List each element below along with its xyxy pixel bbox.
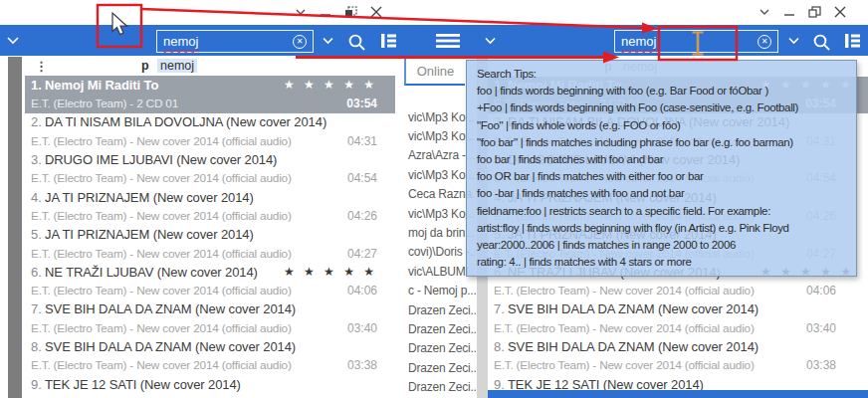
- search-input-left[interactable]: nemoj ✕: [156, 30, 314, 53]
- tooltip-line: foo bar | finds matches with foo and bar: [477, 151, 856, 168]
- rating-stars[interactable]: ★ ★ ★ ★ ★: [284, 265, 395, 279]
- file-path[interactable]: c - Nemoj p...: [400, 282, 476, 300]
- track-number: 5.: [25, 227, 45, 242]
- track-time: 04:26: [347, 209, 395, 223]
- tooltip-line: artist:floy | finds words beginning with…: [477, 220, 856, 237]
- track-number: 7.: [488, 301, 508, 316]
- search-options-chevron-icon[interactable]: [787, 37, 800, 45]
- track-row[interactable]: 4. JA TI PRIZNAJEM (New cover 2014) E.T.…: [25, 188, 395, 226]
- tab-online[interactable]: Online: [404, 57, 465, 86]
- restore-icon[interactable]: [344, 6, 357, 18]
- main-toolbar: nemoj ✕ nemoj ✕: [0, 25, 868, 56]
- track-time: 03:38: [347, 358, 395, 372]
- window-controls-right: [759, 6, 846, 18]
- track-title: SVE BIH DALA DA ZNAM (New cover 2014): [508, 339, 759, 354]
- track-artist: E.T. (Electro Team) - New cover 2014 (of…: [25, 171, 292, 185]
- minimize-icon[interactable]: [320, 6, 331, 18]
- track-row[interactable]: 9. TEK JE 12 SATI (New cover 2014): [488, 375, 868, 390]
- track-number: 3.: [25, 152, 45, 167]
- titlebar: [0, 0, 868, 25]
- track-row[interactable]: 3. DRUGO IME LJUBAVI (New cover 2014) E.…: [25, 150, 395, 188]
- track-row[interactable]: 6. NE TRAŽI LJUBAV (New cover 2014) ★ ★ …: [25, 263, 395, 300]
- track-artist: E.T. (Electro Team) - New cover 2014 (of…: [25, 134, 292, 148]
- track-number: 9.: [488, 377, 508, 390]
- clear-search-icon[interactable]: ✕: [758, 35, 771, 49]
- chevron-down-icon[interactable]: [295, 6, 307, 18]
- rating-stars[interactable]: ★ ★ ★ ★ ★: [284, 78, 395, 92]
- track-row[interactable]: 9. TEK JE 12 SATI (New cover 2014): [25, 375, 395, 398]
- track-artist: E.T. (Electro Team) - New cover 2014 (of…: [25, 247, 292, 261]
- file-path[interactable]: Drazen Zeci...: [400, 377, 476, 396]
- close-icon[interactable]: [834, 6, 846, 18]
- track-title: JA TI PRIZNAJEM (New cover 2014): [45, 227, 254, 242]
- track-time: 03:40: [806, 321, 868, 335]
- file-path[interactable]: vic\Mp3 Ko...: [400, 204, 476, 223]
- track-number: 6.: [25, 265, 45, 280]
- search-icon[interactable]: [812, 33, 831, 52]
- chevron-down-icon[interactable]: [484, 37, 497, 45]
- track-title: DRUGO IME LJUBAVI (New cover 2014): [45, 152, 277, 167]
- file-path[interactable]: Ceca Razna...: [400, 185, 476, 204]
- playing-row-highlight: [488, 390, 868, 398]
- chevron-down-icon[interactable]: [6, 36, 20, 45]
- file-path[interactable]: Azra\Azra -...: [400, 146, 476, 165]
- file-path[interactable]: vic\ALBUMI ...: [400, 262, 476, 281]
- track-artist: E.T. (Electro Team) - New cover 2014 (of…: [488, 321, 755, 335]
- tracklist-left: 1. Nemoj Mi Raditi To ★ ★ ★ ★ ★ E.T. (El…: [25, 76, 395, 398]
- minimize-icon[interactable]: [783, 6, 795, 18]
- track-number: 1.: [25, 78, 45, 93]
- track-number: 8.: [25, 339, 45, 354]
- clear-search-icon[interactable]: ✕: [293, 35, 307, 49]
- track-artist: E.T. (Electro Team) - New cover 2014 (of…: [25, 209, 292, 223]
- scrollbar-left-panel[interactable]: [8, 57, 22, 398]
- close-icon[interactable]: [370, 6, 382, 18]
- tooltip-line: foo OR bar | finds matches with either f…: [477, 168, 856, 185]
- file-path[interactable]: Drazen Zeci...: [400, 319, 476, 338]
- track-row[interactable]: 7. SVE BIH DALA DA ZNAM (New cover 2014)…: [25, 300, 395, 338]
- search-tips-tooltip: Search Tips: foo | finds words beginning…: [466, 60, 857, 277]
- track-time: 04:54: [347, 171, 395, 185]
- tooltip-line: +Foo | finds words beginning with Foo (c…: [477, 100, 856, 116]
- track-title: NE TRAŽI LJUBAV (New cover 2014): [45, 265, 258, 280]
- view-list-icon[interactable]: [380, 33, 397, 49]
- track-time: 04:06: [347, 284, 395, 298]
- track-time: 04:31: [347, 134, 395, 148]
- track-artist: E.T. (Electro Team) - New cover 2014 (of…: [488, 358, 755, 372]
- track-time: 03:40: [347, 321, 395, 335]
- file-path[interactable]: Drazen Zeci...: [400, 358, 476, 377]
- view-list-icon[interactable]: [844, 33, 861, 49]
- search-query-text: nemoj: [621, 34, 656, 49]
- restore-icon[interactable]: [808, 6, 821, 18]
- track-row[interactable]: 1. Nemoj Mi Raditi To ★ ★ ★ ★ ★ E.T. (El…: [25, 76, 395, 113]
- track-title: TEK JE 12 SATI (New cover 2014): [45, 377, 241, 392]
- file-path[interactable]: covi)\Doris -...: [400, 243, 476, 262]
- track-title: SVE BIH DALA DA ZNAM (New cover 2014): [45, 301, 296, 316]
- file-path[interactable]: vic\Mp3 Ko...: [400, 165, 476, 184]
- tooltip-line: "Foo" | finds whole words (e.g. FOO or f…: [477, 117, 856, 134]
- track-row[interactable]: 5. JA TI PRIZNAJEM (New cover 2014) E.T.…: [25, 225, 395, 263]
- tooltip-line: year:2000..2006 | finds matches in range…: [477, 237, 856, 254]
- kebab-menu-icon[interactable]: ⋮: [35, 59, 48, 74]
- track-row[interactable]: 2. DA TI NISAM BILA DOVOLJNA (New cover …: [25, 113, 395, 151]
- file-path[interactable]: Drazen Zeci...: [400, 300, 476, 319]
- search-options-chevron-icon[interactable]: [322, 37, 334, 45]
- chevron-down-icon[interactable]: [759, 6, 770, 18]
- search-input-right[interactable]: nemoj ✕: [614, 30, 778, 53]
- file-path[interactable]: Drazen Zeci...: [400, 339, 476, 358]
- file-path[interactable]: vic\Mp3 Ko...: [400, 126, 476, 145]
- track-artist: E.T. (Electro Team) - New cover 2014 (of…: [25, 358, 292, 372]
- file-path[interactable]: vic\Mp3 Ko...: [400, 107, 476, 126]
- track-row[interactable]: 8. SVE BIH DALA DA ZNAM (New cover 2014)…: [488, 337, 868, 375]
- track-number: 9.: [25, 377, 45, 392]
- search-icon[interactable]: [347, 33, 366, 52]
- track-number: 7.: [25, 301, 45, 316]
- suggestion-text: nemoj: [157, 59, 197, 73]
- tooltip-title: Search Tips:: [477, 66, 856, 83]
- track-row[interactable]: 8. SVE BIH DALA DA ZNAM (New cover 2014)…: [25, 337, 395, 375]
- track-row[interactable]: 7. SVE BIH DALA DA ZNAM (New cover 2014)…: [488, 300, 868, 338]
- hamburger-menu-icon[interactable]: [436, 33, 460, 49]
- file-path[interactable]: moj da brin...: [400, 223, 476, 242]
- search-suggestion-row[interactable]: ⋮ p nemoj: [25, 57, 395, 77]
- track-time: 03:54: [346, 97, 395, 110]
- window-controls-left: [295, 6, 382, 18]
